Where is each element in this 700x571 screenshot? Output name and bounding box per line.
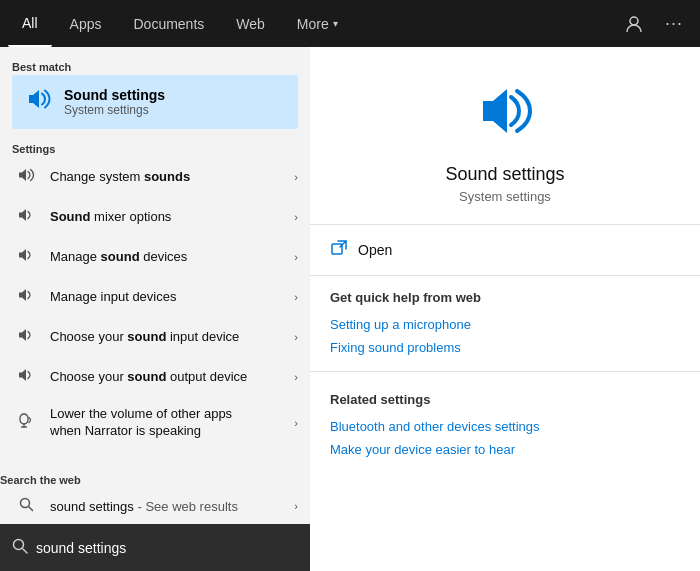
svg-rect-1 bbox=[20, 414, 28, 424]
item-text-manage-input: Manage input devices bbox=[50, 289, 290, 306]
more-options-btn[interactable]: ··· bbox=[656, 6, 692, 42]
svg-point-2 bbox=[20, 499, 29, 508]
arrow-icon: › bbox=[294, 211, 298, 223]
quick-help-link-2[interactable]: Fixing sound problems bbox=[330, 336, 680, 359]
search-input[interactable] bbox=[36, 540, 298, 556]
list-item-narrator[interactable]: Lower the volume of other appswhen Narra… bbox=[0, 397, 310, 449]
list-item-manage-sound[interactable]: Manage sound devices › bbox=[0, 237, 310, 277]
nav-tab-documents[interactable]: Documents bbox=[119, 0, 218, 47]
related-settings-title: Related settings bbox=[330, 392, 680, 407]
related-link-1[interactable]: Bluetooth and other devices settings bbox=[330, 415, 680, 438]
divider bbox=[310, 371, 700, 372]
quick-help-link-1[interactable]: Setting up a microphone bbox=[330, 313, 680, 336]
quick-help-section: Get quick help from web Setting up a mic… bbox=[310, 276, 700, 365]
arrow-icon: › bbox=[294, 331, 298, 343]
left-panel: Best match Sound settings System setting… bbox=[0, 47, 310, 571]
right-subtitle: System settings bbox=[459, 189, 551, 204]
right-panel: Sound settings System settings Open Get … bbox=[310, 47, 700, 571]
arrow-icon: › bbox=[294, 251, 298, 263]
related-settings-section: Related settings Bluetooth and other dev… bbox=[310, 378, 700, 467]
search-bar-icon bbox=[12, 538, 28, 558]
sound-icon bbox=[12, 166, 40, 188]
sound-settings-icon bbox=[24, 85, 52, 119]
svg-point-3 bbox=[14, 539, 24, 549]
search-bar bbox=[0, 524, 310, 571]
list-item-change-sounds[interactable]: Change system sounds › bbox=[0, 157, 310, 197]
best-match-section: Best match Sound settings System setting… bbox=[0, 47, 310, 133]
chevron-down-icon: ▾ bbox=[333, 18, 338, 29]
sound-icon-2 bbox=[12, 206, 40, 228]
right-sound-icon bbox=[473, 79, 537, 152]
right-top: Sound settings System settings bbox=[310, 47, 700, 225]
ellipsis-icon: ··· bbox=[665, 13, 683, 34]
main-area: Best match Sound settings System setting… bbox=[0, 47, 700, 571]
web-search-item[interactable]: sound settings - See web results › bbox=[0, 488, 310, 524]
item-text-output-device: Choose your sound output device bbox=[50, 369, 290, 386]
open-label: Open bbox=[358, 242, 392, 258]
settings-section: Settings Change system sounds › bbox=[0, 133, 310, 464]
top-nav: All Apps Documents Web More ▾ ··· bbox=[0, 0, 700, 47]
quick-help-title: Get quick help from web bbox=[330, 290, 680, 305]
best-match-item[interactable]: Sound settings System settings bbox=[12, 75, 298, 129]
item-text-manage-sound: Manage sound devices bbox=[50, 249, 290, 266]
arrow-icon: › bbox=[294, 500, 298, 512]
best-match-subtitle: System settings bbox=[64, 103, 165, 117]
web-search-section: Search the web sound settings - See web … bbox=[0, 464, 310, 524]
item-text-mixer: Sound mixer options bbox=[50, 209, 290, 226]
arrow-icon: › bbox=[294, 171, 298, 183]
settings-label: Settings bbox=[0, 137, 310, 157]
arrow-icon: › bbox=[294, 417, 298, 429]
item-text-narrator: Lower the volume of other appswhen Narra… bbox=[50, 406, 290, 440]
best-match-title: Sound settings bbox=[64, 87, 165, 103]
arrow-icon: › bbox=[294, 371, 298, 383]
sound-icon-4 bbox=[12, 286, 40, 308]
list-item-output-device[interactable]: Choose your sound output device › bbox=[0, 357, 310, 397]
narrator-icon bbox=[12, 412, 40, 434]
sound-icon-3 bbox=[12, 246, 40, 268]
sound-icon-6 bbox=[12, 366, 40, 388]
search-icon bbox=[12, 497, 40, 515]
list-item-mixer[interactable]: Sound mixer options › bbox=[0, 197, 310, 237]
sound-icon-5 bbox=[12, 326, 40, 348]
svg-point-0 bbox=[630, 17, 638, 25]
web-search-query: sound settings bbox=[50, 499, 134, 514]
app-container: All Apps Documents Web More ▾ ··· Best m… bbox=[0, 0, 700, 571]
arrow-icon: › bbox=[294, 291, 298, 303]
web-search-see-text: - See web results bbox=[137, 499, 237, 514]
user-icon-btn[interactable] bbox=[616, 6, 652, 42]
best-match-label: Best match bbox=[12, 55, 298, 75]
list-item-input-device[interactable]: Choose your sound input device › bbox=[0, 317, 310, 357]
item-text-input-device: Choose your sound input device bbox=[50, 329, 290, 346]
web-search-label: Search the web bbox=[0, 468, 310, 488]
right-title: Sound settings bbox=[445, 164, 564, 185]
nav-tab-all[interactable]: All bbox=[8, 0, 52, 47]
left-panel-inner: Best match Sound settings System setting… bbox=[0, 47, 310, 524]
nav-tab-apps[interactable]: Apps bbox=[56, 0, 116, 47]
item-text-sounds: Change system sounds bbox=[50, 169, 290, 186]
open-icon bbox=[330, 239, 348, 261]
nav-tab-more[interactable]: More ▾ bbox=[283, 0, 352, 47]
nav-tab-web[interactable]: Web bbox=[222, 0, 279, 47]
list-item-manage-input[interactable]: Manage input devices › bbox=[0, 277, 310, 317]
related-link-2[interactable]: Make your device easier to hear bbox=[330, 438, 680, 461]
user-icon bbox=[625, 15, 643, 33]
open-button[interactable]: Open bbox=[310, 225, 700, 276]
